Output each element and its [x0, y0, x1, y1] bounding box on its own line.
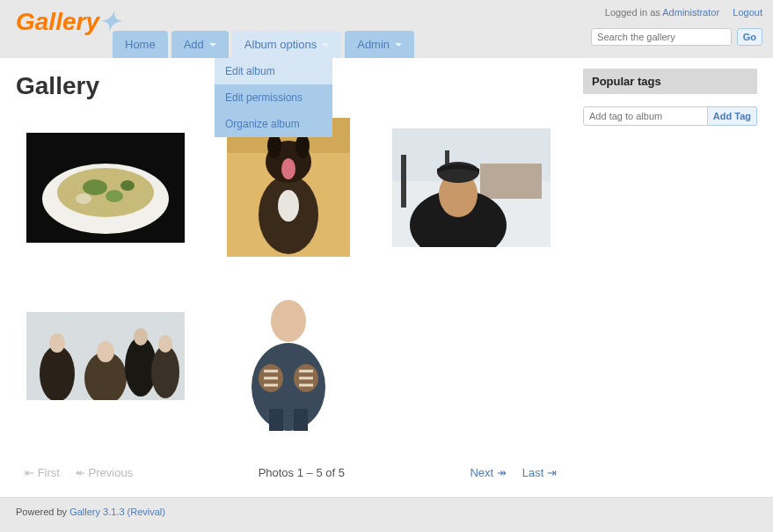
add-tag-button[interactable]: Add Tag: [708, 106, 757, 126]
content-area: Gallery: [0, 58, 773, 497]
tab-admin[interactable]: Admin: [345, 31, 414, 58]
tab-label: Add: [184, 38, 204, 51]
dropdown-edit-permissions[interactable]: Edit permissions: [215, 84, 332, 111]
logout-link[interactable]: Logout: [733, 7, 762, 18]
tab-label: Admin: [357, 38, 390, 51]
pager-next[interactable]: Next ↠: [470, 466, 506, 479]
thumbnail-grid: [26, 118, 565, 431]
tag-form: Add Tag: [583, 106, 757, 126]
top-bar: Gallery✦ Logged in as Administrator Logo…: [0, 0, 773, 58]
thumbnail-item[interactable]: [209, 281, 368, 431]
dropdown-organize-album[interactable]: Organize album: [215, 111, 332, 137]
svg-rect-37: [269, 409, 283, 431]
svg-point-14: [278, 190, 299, 222]
logo[interactable]: Gallery✦: [16, 7, 120, 36]
svg-point-5: [120, 180, 135, 191]
svg-point-29: [134, 328, 148, 346]
footer: Powered by Gallery 3.1.3 (Revival): [0, 497, 773, 526]
chevron-down-icon: [322, 43, 329, 47]
svg-point-31: [158, 335, 172, 353]
svg-point-25: [49, 333, 65, 353]
svg-point-2: [57, 168, 154, 217]
footer-link[interactable]: Gallery 3.1.3 (Revival): [69, 506, 165, 517]
pager-first: ⇤ First: [25, 466, 60, 479]
pager: ⇤ First ↞ Previous Photos 1 – 5 of 5 Nex…: [16, 466, 565, 479]
thumbnail-item[interactable]: [26, 118, 185, 257]
svg-point-13: [295, 134, 310, 158]
pager-status: Photos 1 – 5 of 5: [259, 466, 345, 479]
user-info: Logged in as Administrator Logout: [605, 7, 762, 18]
album-options-dropdown: Edit album Edit permissions Organize alb…: [215, 58, 332, 137]
dropdown-edit-album[interactable]: Edit album: [215, 58, 332, 84]
tab-add[interactable]: Add: [171, 31, 229, 58]
svg-point-27: [97, 341, 114, 362]
sidebar-title: Popular tags: [583, 69, 757, 94]
thumbnail-item[interactable]: [209, 118, 368, 257]
tab-album-options[interactable]: Album options: [232, 31, 341, 58]
chevron-down-icon: [209, 43, 216, 47]
pager-previous: ↞ Previous: [76, 466, 133, 479]
thumbnail-item[interactable]: [26, 281, 185, 431]
svg-point-34: [271, 300, 306, 342]
user-link[interactable]: Administrator: [662, 7, 719, 18]
main-tabs: Home Add Album options Admin: [113, 31, 414, 58]
svg-point-4: [106, 190, 123, 202]
tab-label: Home: [125, 38, 156, 51]
svg-point-6: [76, 193, 91, 204]
pager-last[interactable]: Last ⇥: [522, 466, 557, 479]
svg-rect-38: [294, 409, 308, 431]
search-form: Go: [591, 28, 762, 46]
chevron-down-icon: [395, 43, 402, 47]
sidebar: Popular tags Add Tag: [583, 69, 757, 479]
search-go-button[interactable]: Go: [737, 28, 762, 46]
svg-point-30: [151, 346, 179, 398]
svg-point-12: [267, 134, 281, 158]
svg-point-3: [83, 179, 107, 195]
footer-text: Powered by: [16, 506, 69, 517]
search-input[interactable]: [591, 28, 732, 46]
svg-point-24: [40, 346, 75, 400]
tab-home[interactable]: Home: [113, 31, 168, 58]
svg-rect-17: [480, 164, 542, 199]
thumbnail-item[interactable]: [392, 118, 551, 257]
tag-input[interactable]: [583, 106, 708, 126]
tab-label: Album options: [244, 38, 317, 51]
svg-rect-18: [401, 155, 406, 208]
logged-in-text: Logged in as: [605, 7, 662, 18]
svg-point-11: [281, 158, 295, 179]
